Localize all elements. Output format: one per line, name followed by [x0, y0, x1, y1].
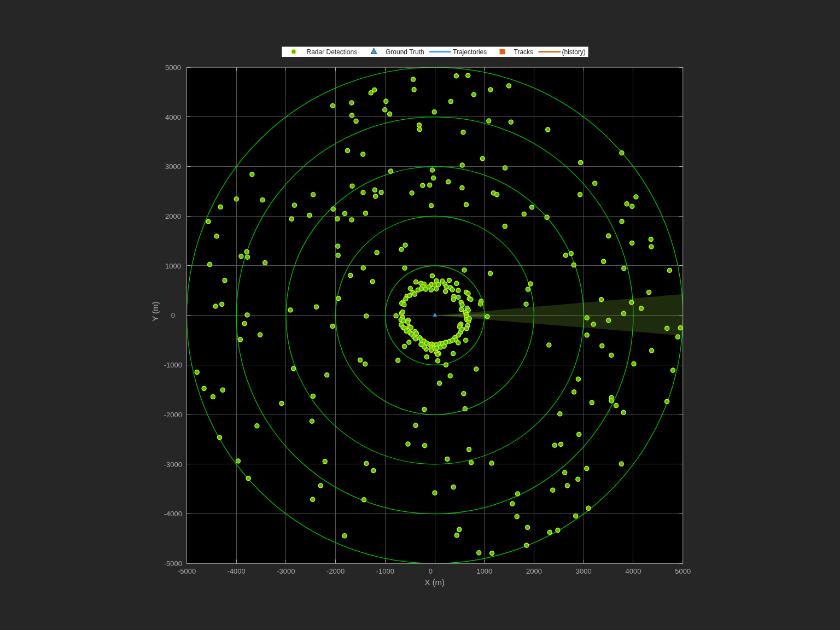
svg-text:Trajectories: Trajectories [453, 48, 487, 56]
svg-text:-2000: -2000 [326, 567, 345, 575]
svg-text:5000: 5000 [675, 567, 691, 575]
svg-text:2000: 2000 [165, 212, 181, 220]
svg-text:(history): (history) [562, 48, 585, 56]
svg-text:-3000: -3000 [277, 567, 295, 575]
svg-text:0: 0 [429, 567, 433, 575]
svg-text:-5000: -5000 [164, 559, 182, 568]
svg-text:-1000: -1000 [376, 567, 394, 575]
svg-text:-5000: -5000 [178, 567, 196, 575]
svg-text:Ground Truth: Ground Truth [386, 48, 424, 56]
svg-text:-2000: -2000 [164, 411, 182, 419]
svg-text:1000: 1000 [165, 262, 181, 270]
svg-text:Y (m): Y (m) [150, 301, 160, 321]
svg-text:Tracks: Tracks [514, 48, 533, 56]
svg-text:-4000: -4000 [164, 510, 182, 518]
svg-text:X (m): X (m) [424, 577, 445, 586]
svg-text:-3000: -3000 [164, 460, 182, 469]
svg-text:3000: 3000 [165, 162, 181, 171]
svg-text:-1000: -1000 [164, 361, 182, 369]
svg-text:5000: 5000 [165, 63, 181, 72]
svg-text:2000: 2000 [526, 567, 542, 575]
svg-text:-4000: -4000 [228, 567, 246, 575]
svg-text:1000: 1000 [476, 567, 492, 575]
svg-text:4000: 4000 [165, 113, 181, 121]
svg-text:3000: 3000 [576, 567, 592, 575]
svg-text:0: 0 [171, 311, 175, 319]
svg-text:4000: 4000 [626, 567, 641, 575]
svg-text:Radar Detections: Radar Detections [306, 48, 357, 56]
